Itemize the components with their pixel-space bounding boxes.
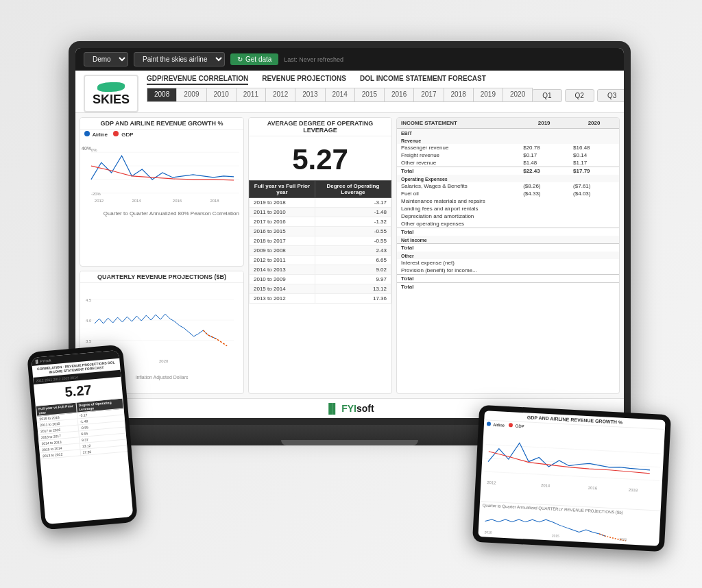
- svg-text:4.0: 4.0: [86, 319, 92, 323]
- airline-select[interactable]: Paint the skies airline: [134, 52, 225, 66]
- tab-gdp-revenue[interactable]: GDP/REVENUE CORRELATION: [147, 75, 248, 85]
- q2-tab[interactable]: Q2: [565, 89, 594, 102]
- tablet-gdp-legend: GDP: [509, 423, 524, 428]
- nav-quarter-tabs: Q1 Q2 Q3 Q4: [532, 89, 624, 102]
- leverage-table-row: 2019 to 2018 -3.17: [250, 198, 391, 208]
- income-2019-cell: [519, 212, 569, 220]
- year-tab-2013[interactable]: 2013: [295, 88, 325, 102]
- leverage-year-cell: 2012 to 2011: [250, 256, 315, 265]
- income-col-2020: 2020: [569, 118, 619, 129]
- leverage-year-cell: 2015 to 2014: [250, 284, 315, 294]
- income-2019-cell: [519, 205, 569, 212]
- svg-text:0%: 0%: [91, 148, 97, 152]
- svg-text:2018: 2018: [210, 199, 219, 203]
- income-table-row: Total: [397, 228, 619, 236]
- svg-text:2020: 2020: [159, 359, 169, 363]
- income-table-row: Passenger revenue $20.78 $16.48: [397, 144, 619, 151]
- year-tab-2020[interactable]: 2020: [503, 88, 533, 102]
- demo-select[interactable]: Demo: [84, 52, 128, 66]
- dashboard: Demo Paint the skies airline ↻ Get data …: [75, 48, 624, 418]
- tab-revenue-proj[interactable]: REVENUE PROJECTIONS: [262, 75, 346, 85]
- fyisoft-brand-text: FYIsoft: [341, 403, 374, 414]
- year-tab-2014[interactable]: 2014: [325, 88, 355, 102]
- year-tab-2010[interactable]: 2010: [206, 88, 237, 102]
- income-table-row: Total: [397, 283, 619, 291]
- svg-text:2016: 2016: [173, 199, 182, 203]
- income-2020-cell: ($7.61): [569, 182, 619, 190]
- leverage-table-row: 2016 to 2015 -0.55: [250, 227, 391, 236]
- tablet-screen: GDP AND AIRLINE REVENUE GROWTH % Airline…: [478, 411, 665, 546]
- leverage-table-row: 2010 to 2009 9.97: [250, 275, 391, 284]
- phone-header-text: ▐▌ FYIsoft: [34, 358, 51, 364]
- income-table-row: Freight revenue $0.17 $0.14: [397, 151, 619, 159]
- income-section-header: Revenue: [397, 136, 619, 144]
- svg-line-20: [484, 471, 659, 480]
- income-label-cell: Total: [397, 167, 519, 175]
- income-table: INCOME STATEMENT 2019 2020 EBITRevenue P…: [397, 118, 619, 291]
- leverage-year-cell: 2018 to 2017: [250, 236, 315, 246]
- income-table-row: Interest expense (net): [397, 259, 619, 267]
- get-data-button[interactable]: ↻ Get data: [230, 53, 278, 65]
- leverage-table-row: 2012 to 2011 6.65: [250, 256, 391, 265]
- leverage-table-container: Full year vs Full Prior year Degree of O…: [249, 180, 391, 393]
- income-2019-cell: [519, 197, 569, 205]
- income-table-row: Total $22.43 $17.79: [397, 167, 619, 175]
- leverage-table-row: 2015 to 2014 13.12: [250, 284, 391, 294]
- gdp-legend: GDP: [113, 131, 134, 138]
- q1-tab[interactable]: Q1: [532, 89, 561, 102]
- correlation-label: Quarter to Quarter Annualized 80% Pearso…: [80, 209, 243, 218]
- svg-line-18: [485, 445, 661, 454]
- svg-text:3.5: 3.5: [86, 339, 92, 343]
- leverage-value-cell: -3.17: [315, 198, 391, 208]
- leverage-value-cell: -0.55: [315, 236, 391, 246]
- svg-text:2016: 2016: [588, 486, 598, 491]
- income-2019-cell: [519, 283, 569, 291]
- nav-tabs-area: GDP/REVENUE CORRELATION REVENUE PROJECTI…: [147, 75, 624, 102]
- leverage-table-row: 2009 to 2008 2.43: [250, 246, 391, 256]
- tab-dol-income[interactable]: DOL INCOME STATEMENT FORECAST: [360, 75, 486, 85]
- year-tab-2018[interactable]: 2018: [444, 88, 474, 102]
- leverage-table-row: 2013 to 2012 17.36: [250, 294, 391, 304]
- year-tab-2011[interactable]: 2011: [236, 88, 266, 102]
- revenue-proj-title: QUARTERLY REVENUE PROJECTIONS ($b): [80, 271, 243, 283]
- income-label-cell: Passenger revenue: [397, 144, 519, 151]
- q3-tab[interactable]: Q3: [597, 89, 624, 102]
- income-label-cell: Maintenance materials and repairs: [397, 197, 519, 205]
- year-tab-2016[interactable]: 2016: [384, 88, 414, 102]
- leverage-value-cell: -1.32: [315, 217, 391, 227]
- year-tab-2009[interactable]: 2009: [176, 88, 206, 102]
- income-2019-cell: $0.17: [519, 151, 569, 159]
- brand-name: SKIES: [93, 93, 130, 106]
- income-table-row: Depreciation and amortization: [397, 212, 619, 220]
- svg-line-19: [485, 458, 660, 467]
- income-label-cell: Total: [397, 283, 519, 291]
- gdp-chart-svg: 2012 2014 2016 2018 0% -20%: [84, 142, 239, 204]
- income-label-cell: Fuel oil: [397, 190, 519, 197]
- income-label-cell: Freight revenue: [397, 151, 519, 159]
- gdp-chart-area: 40%: [80, 139, 243, 209]
- leverage-year-cell: 2009 to 2008: [250, 246, 315, 256]
- income-2020-cell: [569, 267, 619, 275]
- leverage-table-row: 2017 to 2016 -1.32: [250, 217, 391, 227]
- dash-header: Demo Paint the skies airline ↻ Get data …: [75, 48, 624, 71]
- tablet-airline-legend: Airline: [487, 421, 505, 427]
- leverage-year-cell: 2011 to 2010: [250, 208, 315, 217]
- income-table-row: Landing fees and airport rentals: [397, 205, 619, 212]
- gdp-panel: GDP AND AIRLINE REVENUE GROWTH % Airline…: [80, 117, 244, 267]
- year-tab-2019[interactable]: 2019: [473, 88, 503, 102]
- income-label-cell: Total: [397, 228, 519, 236]
- year-tab-2015[interactable]: 2015: [354, 88, 385, 102]
- year-tab-2017[interactable]: 2017: [413, 88, 444, 102]
- leverage-table: Full year vs Full Prior year Degree of O…: [249, 180, 391, 304]
- phone-table: Full year vs Full Prior yearDegree of Op…: [36, 398, 128, 460]
- income-2019-cell: [519, 267, 569, 275]
- tablet-gdp-dot: [509, 423, 513, 427]
- phone-device: ▐▌ FYIsoft CORRELATION · REVENUE PROJECT…: [27, 344, 138, 530]
- income-panel: INCOME STATEMENT 2019 2020 EBITRevenue P…: [396, 117, 620, 394]
- laptop-screen: Demo Paint the skies airline ↻ Get data …: [75, 48, 624, 418]
- year-tab-2012[interactable]: 2012: [265, 88, 295, 102]
- income-2020-cell: ($4.03): [569, 190, 619, 197]
- gdp-panel-title: GDP AND AIRLINE REVENUE GROWTH %: [80, 118, 243, 130]
- year-tab-2008[interactable]: 2008: [147, 88, 177, 102]
- leverage-value-cell: 9.02: [315, 265, 391, 275]
